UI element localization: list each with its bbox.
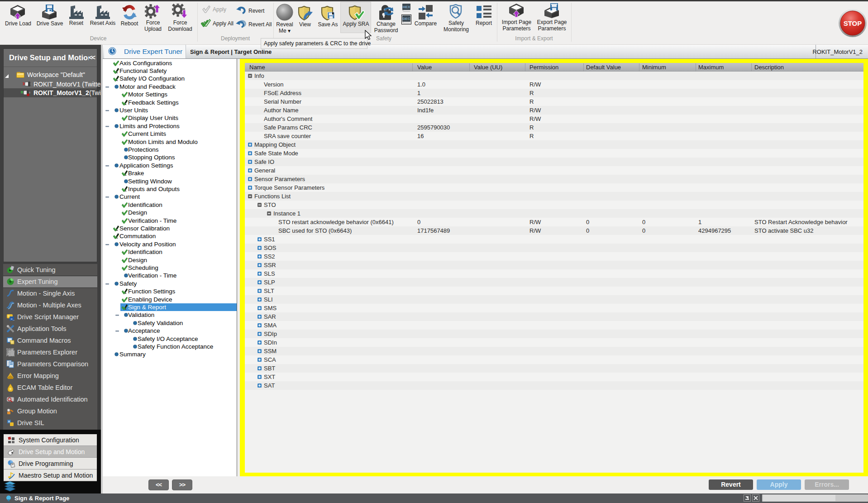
svg-text:STOP: STOP: [844, 19, 862, 27]
svg-text:HEX: HEX: [403, 5, 410, 9]
svg-text:DEC: DEC: [403, 17, 410, 21]
svg-text:>_: >_: [10, 317, 14, 321]
